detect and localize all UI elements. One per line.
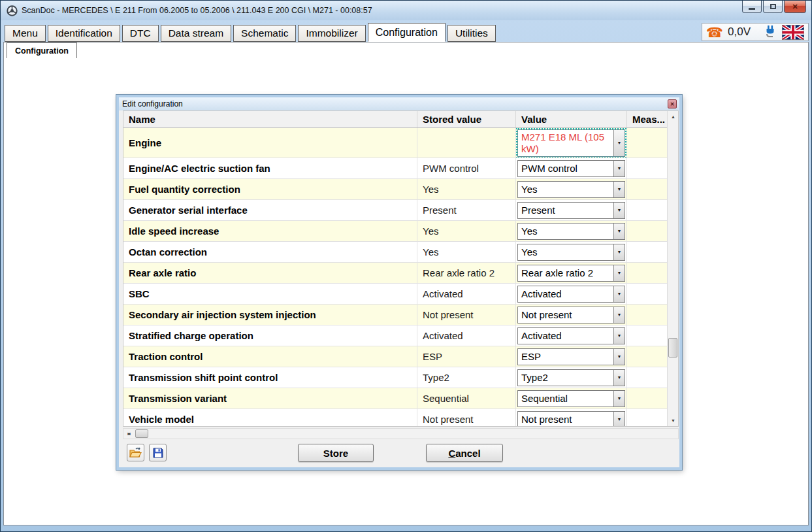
plug-icon [764,25,777,39]
chevron-down-icon[interactable]: ▼ [613,203,625,218]
scroll-up-icon[interactable]: ▲ [668,111,679,122]
chevron-down-icon[interactable]: ▼ [613,182,625,197]
table-row[interactable]: Transmission shift point control Type2 T… [123,367,668,388]
chevron-down-icon[interactable]: ▼ [613,412,625,427]
phone-icon: ☎ [706,25,723,39]
configuration-page: Configuration Edit configuration ✕ Name … [3,42,809,525]
table-row[interactable]: Octan correction Yes Yes ▼ [123,242,668,263]
table-row[interactable]: Engine M271 E18 ML (105 kW) ▼ [123,128,668,158]
value-dropdown[interactable]: Type2 ▼ [517,369,625,386]
open-file-button[interactable] [127,444,144,461]
menu-tabbar: Menu Identification DTC Data stream Sche… [5,23,809,42]
table-row[interactable]: Transmission variant Sequential Sequenti… [123,388,668,409]
row-meas-value [627,128,668,158]
value-dropdown[interactable]: Not present ▼ [517,307,625,324]
vertical-scrollbar[interactable]: ▲ ▼ [667,111,678,426]
configuration-table: Name Stored value Value Meas... Engine M… [123,110,679,427]
value-dropdown-text: Yes [518,246,613,258]
value-dropdown[interactable]: Activated ▼ [517,327,625,344]
menu-tab-data-stream[interactable]: Data stream [161,25,231,42]
horizontal-scrollbar[interactable]: ◄ ► [123,428,679,439]
close-button[interactable]: ✕ [784,1,806,13]
menu-tab-dtc[interactable]: DTC [122,25,159,42]
vertical-scrollbar-thumb[interactable] [668,338,677,357]
value-dropdown[interactable]: PWM control ▼ [517,160,625,177]
row-name: Fuel quantity correction [123,179,417,199]
store-button[interactable]: Store [298,444,374,462]
value-dropdown[interactable]: Yes ▼ [517,223,625,240]
chevron-down-icon[interactable]: ▼ [613,286,625,302]
row-stored-value: ESP [417,346,516,367]
column-header-meas[interactable]: Meas... [627,111,668,127]
subtab-configuration[interactable]: Configuration [7,42,77,58]
value-dropdown[interactable]: M271 E18 ML (105 kW) ▼ [517,129,625,157]
value-dropdown-text: ESP [518,350,613,363]
table-row[interactable]: Engine/AC electric suction fan PWM contr… [123,158,668,179]
row-meas-value [627,346,668,367]
value-dropdown[interactable]: Sequential ▼ [517,390,625,407]
value-dropdown-text: Not present [518,413,613,425]
dialog-close-button[interactable]: ✕ [668,99,677,108]
menu-tab-immobilizer[interactable]: Immobilizer [298,25,365,42]
row-stored-value: Not present [417,409,516,426]
maximize-button[interactable] [763,1,783,13]
value-dropdown-text: Yes [518,183,613,195]
horizontal-scrollbar-thumb[interactable] [135,429,148,438]
row-meas-value [627,221,668,241]
dialog-title: Edit configuration [122,99,183,108]
menu-tab-menu[interactable]: Menu [5,25,46,42]
row-name: Rear axle ratio [123,263,417,283]
column-header-stored[interactable]: Stored value [417,111,516,127]
value-dropdown[interactable]: Not present ▼ [517,411,625,427]
maximize-icon [770,4,776,9]
chevron-down-icon[interactable]: ▼ [613,307,625,323]
chevron-down-icon[interactable]: ▼ [613,328,625,344]
chevron-down-icon[interactable]: ▼ [613,130,625,156]
menu-tab-utilities[interactable]: Utilities [447,25,496,42]
value-dropdown[interactable]: ESP ▼ [517,348,625,365]
value-dropdown[interactable]: Rear axle ratio 2 ▼ [517,265,625,282]
chevron-down-icon[interactable]: ▼ [613,244,625,260]
column-header-value[interactable]: Value [516,111,627,127]
table-row[interactable]: Rear axle ratio Rear axle ratio 2 Rear a… [123,263,668,284]
menu-tab-identification[interactable]: Identification [48,25,120,42]
value-dropdown-text: Present [518,204,613,216]
menu-tab-label: Utilities [455,27,488,39]
table-row[interactable]: SBC Activated Activated ▼ [123,284,668,305]
table-row[interactable]: Idle speed increase Yes Yes ▼ [123,221,668,242]
table-row[interactable]: Generator serial interface Present Prese… [123,200,668,221]
row-stored-value: Yes [417,242,516,262]
chevron-down-icon[interactable]: ▼ [613,349,625,365]
dialog-titlebar: Edit configuration ✕ [119,97,679,110]
column-header-name[interactable]: Name [123,111,417,127]
save-file-button[interactable] [149,444,167,461]
value-dropdown[interactable]: Yes ▼ [517,244,625,261]
value-dropdown[interactable]: Present ▼ [517,202,625,219]
menu-tab-schematic[interactable]: Schematic [233,25,296,42]
table-row[interactable]: Secondary air injection system injection… [123,305,668,325]
chevron-down-icon[interactable]: ▼ [613,224,625,239]
value-dropdown[interactable]: Yes ▼ [517,181,625,198]
chevron-down-icon[interactable]: ▼ [613,265,625,281]
menu-tab-configuration[interactable]: Configuration [368,23,446,42]
value-dropdown-text: Type2 [518,371,613,384]
scroll-right-icon[interactable]: ► [123,428,135,439]
value-dropdown[interactable]: Activated ▼ [517,286,625,303]
chevron-down-icon[interactable]: ▼ [613,370,625,386]
scroll-down-icon[interactable]: ▼ [668,415,679,426]
row-name: Stratified charge operation [123,325,417,346]
menu-tab-label: Schematic [241,27,288,39]
table-row[interactable]: Traction control ESP ESP ▼ [123,346,668,367]
minimize-button[interactable] [742,1,762,13]
table-row[interactable]: Fuel quantity correction Yes Yes ▼ [123,179,668,200]
row-name: Engine [123,128,417,158]
table-row[interactable]: Vehicle model Not present Not present ▼ [123,409,668,426]
value-dropdown-text: Activated [518,288,613,300]
chevron-down-icon[interactable]: ▼ [613,161,625,176]
row-name: Secondary air injection system injection [123,305,417,325]
row-name: SBC [123,284,417,304]
value-dropdown-text: Activated [518,329,613,342]
table-row[interactable]: Stratified charge operation Activated Ac… [123,325,668,346]
cancel-button[interactable]: Cancel [426,444,503,462]
chevron-down-icon[interactable]: ▼ [613,391,625,407]
